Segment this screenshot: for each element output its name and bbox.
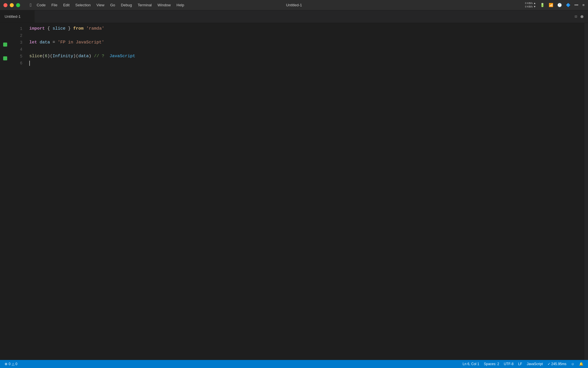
network-status: 0 KB/s ▲ 0 KB/s ▼ — [525, 2, 536, 8]
indentation[interactable]: Spaces: 2 — [484, 362, 499, 366]
window-title: Untitled-1 — [286, 3, 302, 7]
code-line-2 — [29, 32, 584, 39]
tab-untitled[interactable]: Untitled-1 — [0, 10, 34, 23]
line-numbers: 1 2 3 4 5 6 — [10, 23, 25, 360]
warning-number: 0 — [16, 362, 18, 366]
more-icon[interactable]: ••• — [575, 3, 579, 7]
line-num-4: 4 — [10, 46, 22, 53]
editor-layout: 1 2 3 4 5 6 import { slice } from 'ramda… — [0, 23, 588, 360]
keyword-let: let — [29, 39, 37, 46]
code-editor[interactable]: import { slice } from 'ramda' let data =… — [25, 23, 584, 360]
status-bar: ⊗ 0 △ 0 Ln 6, Col 1 Spaces: 2 UTF-8 LF J… — [0, 360, 588, 368]
wifi-icon: 📶 — [549, 3, 553, 7]
breakpoint-line5[interactable] — [3, 56, 7, 60]
tab-label: Untitled-1 — [5, 14, 21, 19]
titlebar-right: 0 KB/s ▲ 0 KB/s ▼ 🔋 📶 🕐 🔷 ••• ≡ — [525, 2, 585, 8]
code-line-5: slice ( 6 )( Infinity )( data ) // ? Jav… — [29, 53, 584, 60]
maximize-button[interactable] — [16, 3, 20, 7]
language-mode[interactable]: JavaScript — [527, 362, 543, 366]
status-left: ⊗ 0 △ 0 — [5, 362, 17, 366]
error-icon: ⊗ — [5, 362, 7, 366]
selection-menu[interactable]: Selection — [73, 2, 93, 8]
edit-menu[interactable]: Edit — [61, 2, 72, 8]
unsaved-indicator — [581, 15, 583, 18]
finder-icon: 🔷 — [566, 3, 570, 7]
clock-icon: 🕐 — [557, 3, 562, 7]
bell-icon[interactable]: 🔔 — [579, 362, 583, 366]
apple-menu[interactable]:  — [28, 2, 33, 8]
eol[interactable]: LF — [518, 362, 522, 366]
menu-bar:  Code File Edit Selection View Go Debug… — [28, 2, 187, 8]
code-line-6 — [29, 60, 584, 67]
code-menu[interactable]: Code — [34, 2, 48, 8]
code-line-3: let data = 'FP in JavaScript' — [29, 39, 584, 46]
line-num-3: 3 — [10, 39, 22, 46]
keyword-from: from — [73, 25, 84, 32]
status-right: Ln 6, Col 1 Spaces: 2 UTF-8 LF JavaScrip… — [463, 362, 583, 366]
keyword-import: import — [29, 25, 45, 32]
line-num-6: 6 — [10, 60, 22, 67]
window-menu[interactable]: Window — [155, 2, 173, 8]
titlebar:  Code File Edit Selection View Go Debug… — [0, 0, 588, 10]
tab-actions: ⊡ — [575, 14, 583, 19]
file-menu[interactable]: File — [49, 2, 60, 8]
cursor-position[interactable]: Ln 6, Col 1 — [463, 362, 479, 366]
cursor — [29, 61, 30, 66]
encoding[interactable]: UTF-8 — [504, 362, 514, 366]
code-line-1: import { slice } from 'ramda' — [29, 25, 584, 32]
timing: ✓ 245.95ms — [548, 362, 566, 366]
traffic-lights — [3, 3, 20, 7]
warning-icon: △ — [12, 362, 14, 366]
smiley-icon[interactable]: ☺ — [571, 362, 575, 366]
list-icon[interactable]: ≡ — [582, 3, 585, 7]
vertical-scrollbar[interactable] — [584, 23, 588, 360]
split-editor-icon[interactable]: ⊡ — [575, 14, 577, 19]
line-num-5: 5 — [10, 53, 22, 60]
breakpoint-line3[interactable] — [3, 43, 7, 47]
titlebar-left:  Code File Edit Selection View Go Debug… — [3, 2, 187, 8]
view-menu[interactable]: View — [94, 2, 107, 8]
breakpoint-gutter — [0, 23, 10, 360]
minimize-button[interactable] — [10, 3, 14, 7]
close-button[interactable] — [3, 3, 7, 7]
line-num-1: 1 — [10, 25, 22, 32]
line-num-2: 2 — [10, 32, 22, 39]
code-line-4 — [29, 46, 584, 53]
debug-menu[interactable]: Debug — [119, 2, 134, 8]
go-menu[interactable]: Go — [108, 2, 117, 8]
help-menu[interactable]: Help — [174, 2, 187, 8]
editor-tabs: Untitled-1 ⊡ — [0, 10, 588, 23]
error-count[interactable]: ⊗ 0 △ 0 — [5, 362, 17, 366]
battery-icon: 🔋 — [540, 3, 545, 7]
terminal-menu[interactable]: Terminal — [135, 2, 154, 8]
error-number: 0 — [9, 362, 11, 366]
